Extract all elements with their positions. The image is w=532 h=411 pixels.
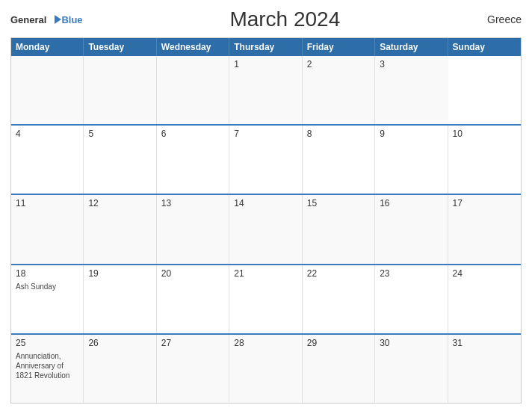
day-26: 26 [88, 338, 151, 348]
weekday-monday: Monday [11, 38, 84, 56]
cal-cell-mar-29: 29 [303, 335, 375, 403]
day-23: 23 [380, 268, 442, 279]
cal-cell-mar-6: 6 [157, 126, 229, 194]
cal-cell-mar-4: 4 [11, 126, 84, 194]
cal-cell-mar-1: 1 [229, 56, 302, 124]
day-5: 5 [88, 129, 151, 139]
cal-cell-mar-20: 20 [157, 265, 229, 333]
event-ash-sunday: Ash Sunday [16, 282, 78, 291]
cal-cell-mar-11: 11 [11, 195, 84, 263]
cal-cell-mar-14: 14 [229, 195, 302, 263]
day-12: 12 [88, 198, 151, 208]
weekday-wednesday: Wednesday [157, 38, 229, 56]
day-2: 2 [307, 59, 370, 69]
day-4: 4 [16, 129, 78, 139]
cal-cell-mar-7: 7 [229, 126, 302, 194]
day-7: 7 [234, 129, 297, 139]
day-1: 1 [234, 59, 297, 69]
day-24: 24 [453, 268, 516, 279]
day-13: 13 [161, 198, 224, 208]
cal-cell-mar-21: 21 [229, 265, 302, 333]
day-20: 20 [161, 268, 224, 279]
calendar-header: Monday Tuesday Wednesday Thursday Friday… [11, 38, 521, 56]
day-25: 25 [16, 338, 78, 348]
logo-general-text: General [10, 14, 46, 25]
cal-cell-mar-28: 28 [229, 335, 302, 403]
cal-cell-mar-3: 3 [375, 56, 448, 124]
day-3: 3 [380, 59, 443, 69]
cal-cell-mar-13: 13 [157, 195, 229, 263]
day-10: 10 [453, 129, 516, 139]
cal-cell-mar-10: 10 [448, 126, 521, 194]
day-22: 22 [307, 268, 370, 279]
cal-cell-mar-9: 9 [375, 126, 448, 194]
cal-cell-empty-1 [11, 56, 84, 124]
day-21: 21 [234, 268, 297, 279]
day-11: 11 [16, 198, 78, 208]
cal-cell-mar-22: 22 [303, 265, 375, 333]
cal-cell-mar-18: 18 Ash Sunday [11, 265, 84, 333]
calendar-row-3: 11 12 13 14 15 16 17 [11, 194, 521, 263]
day-29: 29 [307, 338, 370, 348]
cal-cell-mar-31: 31 [448, 335, 521, 403]
calendar-row-2: 4 5 6 7 8 9 10 [11, 124, 521, 194]
event-annunciation: Annunciation, Anniversary of 1821 Revolu… [16, 351, 78, 380]
logo-flag-icon [48, 14, 61, 25]
weekday-friday: Friday [303, 38, 375, 56]
day-14: 14 [234, 198, 297, 208]
logo: General Blue [10, 14, 83, 25]
day-17: 17 [453, 198, 516, 208]
cal-cell-mar-27: 27 [157, 335, 229, 403]
calendar-row-5: 25 Annunciation, Anniversary of 1821 Rev… [11, 333, 521, 403]
cal-cell-empty-3 [157, 56, 229, 124]
calendar-title: March 2024 [229, 7, 340, 31]
day-19: 19 [88, 268, 151, 279]
cal-cell-mar-15: 15 [303, 195, 375, 263]
calendar-row-1: 1 2 3 [11, 56, 521, 124]
day-28: 28 [234, 338, 297, 348]
day-30: 30 [380, 338, 442, 348]
day-8: 8 [307, 129, 370, 139]
cal-cell-mar-24: 24 [448, 265, 521, 333]
cal-cell-mar-19: 19 [84, 265, 156, 333]
country-label: Greece [487, 13, 522, 25]
header: General Blue March 2024 Greece [10, 7, 522, 31]
cal-cell-mar-25: 25 Annunciation, Anniversary of 1821 Rev… [11, 335, 84, 403]
logo-blue-text: Blue [61, 14, 82, 25]
calendar: Monday Tuesday Wednesday Thursday Friday… [10, 37, 522, 404]
cal-cell-mar-2: 2 [303, 56, 375, 124]
weekday-sunday: Sunday [448, 38, 521, 56]
cal-cell-mar-8: 8 [303, 126, 375, 194]
cal-cell-empty-2 [84, 56, 156, 124]
calendar-row-4: 18 Ash Sunday 19 20 21 22 23 [11, 264, 521, 333]
cal-cell-mar-26: 26 [84, 335, 156, 403]
day-31: 31 [453, 338, 516, 348]
cal-cell-mar-30: 30 [375, 335, 448, 403]
cal-cell-mar-12: 12 [84, 195, 156, 263]
calendar-body: 1 2 3 4 5 6 [11, 56, 521, 403]
day-27: 27 [161, 338, 224, 348]
cal-cell-mar-17: 17 [448, 195, 521, 263]
cal-cell-mar-5: 5 [84, 126, 156, 194]
weekday-tuesday: Tuesday [84, 38, 156, 56]
cal-cell-mar-23: 23 [375, 265, 448, 333]
weekday-saturday: Saturday [375, 38, 448, 56]
day-16: 16 [380, 198, 442, 208]
cal-cell-mar-16: 16 [375, 195, 448, 263]
svg-marker-0 [55, 15, 61, 24]
weekday-thursday: Thursday [229, 38, 302, 56]
day-9: 9 [380, 129, 442, 139]
page: General Blue March 2024 Greece Monday Tu… [0, 0, 532, 411]
day-18: 18 [16, 268, 78, 279]
day-6: 6 [161, 129, 224, 139]
day-15: 15 [307, 198, 370, 208]
